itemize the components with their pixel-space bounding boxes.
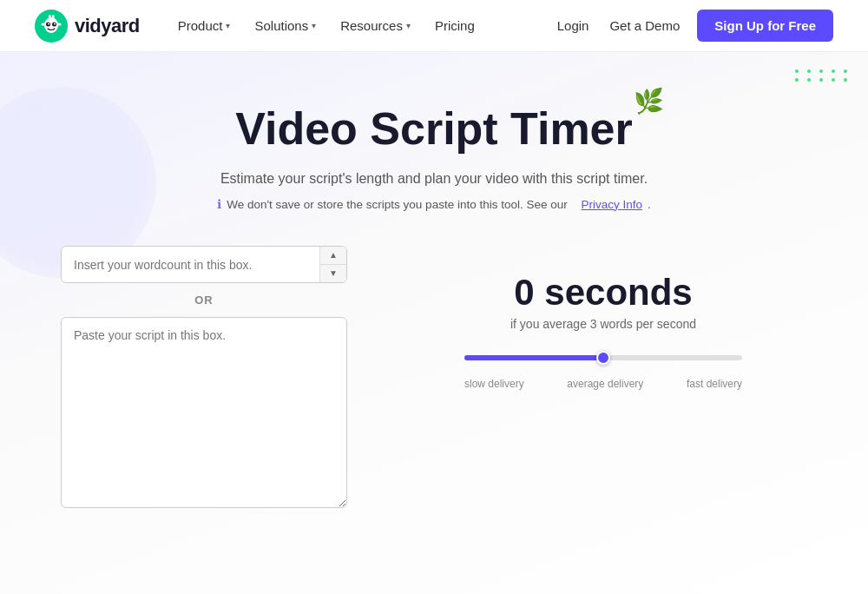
page-title: Video Script Timer🌿 <box>235 104 633 154</box>
chevron-down-icon: ▾ <box>406 21 411 30</box>
fast-delivery-label: fast delivery <box>687 378 742 390</box>
svg-point-6 <box>42 23 46 25</box>
get-demo-button[interactable]: Get a Demo <box>606 11 683 40</box>
time-display: 0 seconds <box>514 272 692 314</box>
stepper-up-button[interactable]: ▲ <box>320 247 346 265</box>
main-content: Video Script Timer🌿 Estimate your script… <box>0 52 868 594</box>
input-section: ▲ ▼ OR <box>61 246 347 508</box>
nav-right: Login Get a Demo Sign Up for Free <box>554 10 833 42</box>
privacy-note: ℹ We don't save or store the scripts you… <box>217 197 651 211</box>
nav-pricing[interactable]: Pricing <box>424 11 485 40</box>
login-button[interactable]: Login <box>554 11 593 40</box>
info-icon: ℹ <box>217 197 221 211</box>
navbar: vidyard Product ▾ Solutions ▾ Resources … <box>0 0 868 52</box>
slider-track <box>464 355 742 360</box>
chevron-down-icon: ▾ <box>312 21 316 30</box>
svg-rect-9 <box>52 15 55 19</box>
nav-resources[interactable]: Resources ▾ <box>330 11 421 40</box>
vidyard-logo-icon <box>35 10 68 43</box>
logo[interactable]: vidyard <box>35 10 140 43</box>
stepper-down-button[interactable]: ▼ <box>320 265 346 282</box>
speed-slider-container <box>464 355 742 360</box>
slider-labels: slow delivery average delivery fast deli… <box>464 378 742 390</box>
sprout-icon: 🌿 <box>634 89 664 116</box>
privacy-text: We don't save or store the scripts you p… <box>227 198 568 211</box>
svg-point-4 <box>48 23 49 24</box>
content-wrapper: Video Script Timer🌿 Estimate your script… <box>0 52 868 543</box>
wordcount-input[interactable] <box>62 248 319 282</box>
logo-text: vidyard <box>75 15 140 37</box>
title-text: Video Script Timer <box>235 103 633 154</box>
average-delivery-label: average delivery <box>567 378 643 390</box>
nav-product[interactable]: Product ▾ <box>168 11 241 40</box>
results-section: 0 seconds if you average 3 words per sec… <box>399 246 807 390</box>
nav-solutions[interactable]: Solutions ▾ <box>244 11 326 40</box>
tool-area: ▲ ▼ OR 0 seconds if you average 3 words … <box>61 246 807 508</box>
stepper-buttons: ▲ ▼ <box>319 247 346 282</box>
wordcount-input-wrapper: ▲ ▼ <box>61 246 347 283</box>
privacy-period: . <box>648 198 651 211</box>
privacy-link[interactable]: Privacy Info <box>582 198 643 211</box>
time-note: if you average 3 words per second <box>510 317 696 331</box>
signup-button[interactable]: Sign Up for Free <box>697 10 833 42</box>
subtitle: Estimate your script's length and plan y… <box>220 171 648 187</box>
script-textarea[interactable] <box>61 317 347 508</box>
svg-point-7 <box>57 23 62 25</box>
svg-rect-8 <box>49 15 51 19</box>
slow-delivery-label: slow delivery <box>464 378 524 390</box>
svg-point-5 <box>54 23 56 24</box>
chevron-down-icon: ▾ <box>226 21 230 30</box>
nav-links: Product ▾ Solutions ▾ Resources ▾ Pricin… <box>168 11 554 40</box>
or-divider: OR <box>61 294 347 307</box>
